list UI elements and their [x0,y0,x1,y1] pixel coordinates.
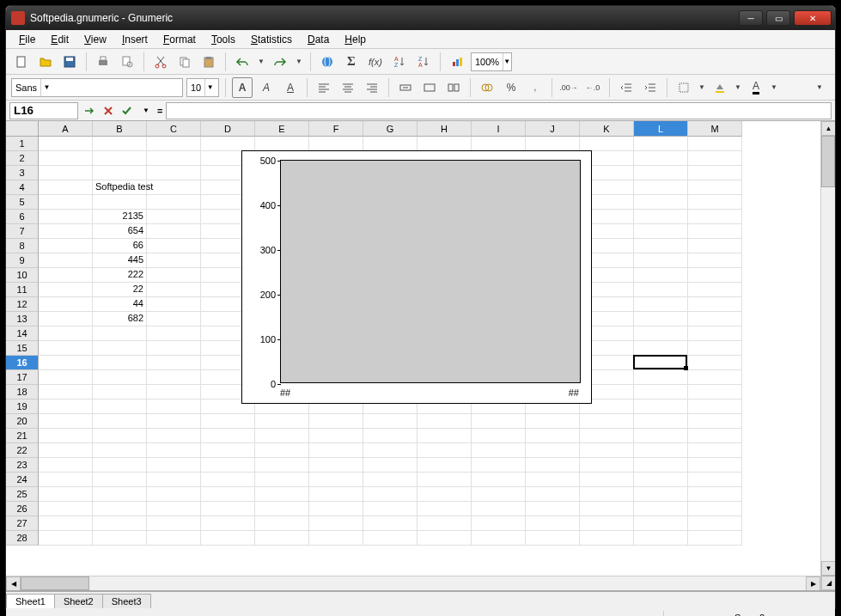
menu-insert[interactable]: Insert [114,32,155,47]
cut-icon[interactable] [150,52,171,72]
col-header-F[interactable]: F [309,121,363,137]
cell-C7[interactable] [147,224,201,239]
cell-M25[interactable] [688,487,742,502]
cell-A23[interactable] [39,458,93,473]
cell-F22[interactable] [309,443,363,458]
bgcolor-icon[interactable] [710,77,730,98]
cell-C10[interactable] [147,268,201,283]
cell-B8[interactable]: 66 [93,239,147,253]
select-all-corner[interactable] [6,121,39,137]
menu-statistics[interactable]: Statistics [243,32,300,47]
col-header-D[interactable]: D [201,121,255,137]
cell-B5[interactable] [93,195,147,210]
cell-M13[interactable] [688,312,742,326]
cell-K25[interactable] [580,487,634,502]
cell-K21[interactable] [580,429,634,443]
cell-I20[interactable] [472,414,526,429]
sort-desc-icon[interactable]: ZA [413,52,434,72]
cell-A6[interactable] [39,210,93,224]
cell-B14[interactable] [93,326,147,341]
cell-M5[interactable] [688,195,742,210]
vertical-scrollbar[interactable]: ▲ ▼ ◢ [820,121,835,590]
cell-L18[interactable] [634,385,688,399]
split-cells-icon[interactable] [443,77,464,98]
cell-E28[interactable] [255,531,309,546]
undo-icon[interactable] [232,52,253,72]
row-header-4[interactable]: 4 [6,180,39,195]
row-header-15[interactable]: 15 [6,341,39,356]
cell-A1[interactable] [39,137,93,151]
cell-D22[interactable] [201,443,255,458]
cell-I28[interactable] [472,531,526,546]
row-header-19[interactable]: 19 [6,399,39,414]
cell-A25[interactable] [39,487,93,502]
col-header-G[interactable]: G [363,121,417,137]
cell-M16[interactable] [688,356,742,370]
cell-H25[interactable] [417,487,472,502]
col-header-H[interactable]: H [417,121,472,137]
cell-D20[interactable] [201,414,255,429]
cell-L20[interactable] [634,414,688,429]
cell-B28[interactable] [93,531,147,546]
cell-E21[interactable] [255,429,309,443]
print-preview-icon[interactable] [117,52,137,72]
cell-B1[interactable] [93,137,147,151]
cell-A11[interactable] [39,283,93,297]
cell-K20[interactable] [580,414,634,429]
cell-C4[interactable] [147,180,201,195]
cell-A24[interactable] [39,473,93,487]
cell-L23[interactable] [634,458,688,473]
cell-D23[interactable] [201,458,255,473]
underline-icon[interactable]: A [280,77,301,98]
cell-A8[interactable] [39,239,93,253]
cell-B19[interactable] [93,399,147,414]
cell-C5[interactable] [147,195,201,210]
cell-D24[interactable] [201,473,255,487]
cell-F24[interactable] [309,473,363,487]
cell-H21[interactable] [417,429,472,443]
cell-E23[interactable] [255,458,309,473]
cell-J25[interactable] [526,487,580,502]
fontcolor-dropdown[interactable]: ▼ [770,77,778,98]
col-header-A[interactable]: A [39,121,93,137]
row-header-23[interactable]: 23 [6,458,39,473]
undo-dropdown[interactable]: ▼ [256,52,266,72]
row-header-9[interactable]: 9 [6,253,39,268]
cell-J28[interactable] [526,531,580,546]
cell-E1[interactable] [255,137,309,151]
cell-A10[interactable] [39,268,93,283]
cell-G22[interactable] [363,443,417,458]
cell-B3[interactable] [93,166,147,180]
row-header-5[interactable]: 5 [6,195,39,210]
cell-B11[interactable]: 22 [93,283,147,297]
cell-C18[interactable] [147,385,201,399]
cell-B4[interactable]: Softpedia test [93,180,147,195]
cell-I21[interactable] [472,429,526,443]
cell-I26[interactable] [472,502,526,516]
cell-A4[interactable] [39,180,93,195]
col-header-J[interactable]: J [526,121,580,137]
bold-icon[interactable]: A [232,77,253,98]
cell-C21[interactable] [147,429,201,443]
row-header-26[interactable]: 26 [6,502,39,516]
cell-C23[interactable] [147,458,201,473]
cell-L7[interactable] [634,224,688,239]
cell-I27[interactable] [472,516,526,531]
cell-H27[interactable] [417,516,472,531]
cell-B13[interactable]: 682 [93,312,147,326]
cell-M28[interactable] [688,531,742,546]
cell-C3[interactable] [147,166,201,180]
cell-A27[interactable] [39,516,93,531]
cell-L5[interactable] [634,195,688,210]
cell-B6[interactable]: 2135 [93,210,147,224]
cell-F23[interactable] [309,458,363,473]
spreadsheet-grid[interactable]: ABCDEFGHIJKLM 12345678910111213141516171… [6,121,835,591]
cell-L17[interactable] [634,370,688,385]
function-icon[interactable]: f(x) [365,52,386,72]
cell-L1[interactable] [634,137,688,151]
cell-A17[interactable] [39,370,93,385]
cell-D26[interactable] [201,502,255,516]
cell-G1[interactable] [363,137,417,151]
cell-L9[interactable] [634,253,688,268]
embedded-chart[interactable]: 0100200300400500 ## ## [241,150,592,404]
